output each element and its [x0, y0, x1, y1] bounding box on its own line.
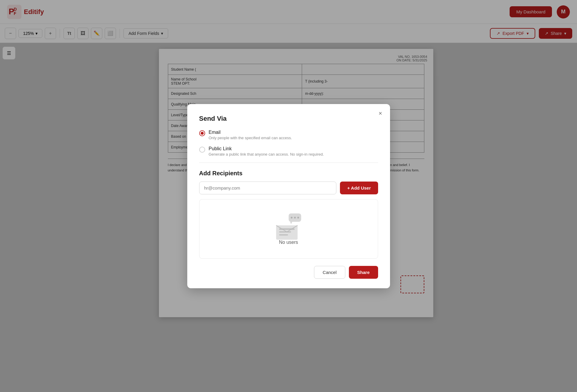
modal-title: Send Via: [199, 115, 378, 123]
modal-close-button[interactable]: ×: [376, 109, 385, 118]
svg-marker-8: [290, 222, 292, 224]
add-user-label: + Add User: [347, 185, 371, 190]
svg-rect-11: [279, 231, 291, 233]
add-recipients-title: Add Recipients: [199, 170, 378, 177]
public-link-radio[interactable]: [199, 147, 205, 153]
modal-share-button[interactable]: Share: [349, 266, 378, 279]
public-link-option-text: Public Link Generate a public link that …: [209, 146, 324, 157]
svg-rect-12: [279, 234, 288, 235]
public-link-option[interactable]: Public Link Generate a public link that …: [199, 146, 378, 157]
no-users-illustration: [274, 213, 304, 240]
empty-state-container: No users: [199, 199, 378, 259]
recipient-input-row: + Add User: [199, 182, 378, 194]
add-user-button[interactable]: + Add User: [340, 182, 378, 194]
public-link-option-label: Public Link: [209, 146, 324, 151]
modal-footer: Cancel Share: [199, 266, 378, 279]
no-users-text: No users: [279, 240, 298, 245]
svg-point-5: [291, 217, 293, 219]
svg-point-7: [297, 217, 299, 219]
public-link-option-desc: Generate a public link that anyone can a…: [209, 152, 324, 157]
modal-divider: [199, 162, 378, 163]
modal-overlay: × Send Via Email Only people with the sp…: [0, 0, 577, 392]
email-option-desc: Only people with the specified email can…: [209, 136, 292, 140]
send-via-modal: × Send Via Email Only people with the sp…: [187, 104, 390, 288]
close-icon: ×: [379, 110, 382, 117]
email-radio-dot: [201, 132, 204, 135]
recipient-email-input[interactable]: [199, 182, 337, 194]
svg-point-6: [294, 217, 296, 219]
email-option-label: Email: [209, 130, 292, 135]
email-option-text: Email Only people with the specified ema…: [209, 130, 292, 140]
email-radio[interactable]: [199, 130, 205, 136]
cancel-button[interactable]: Cancel: [314, 266, 345, 279]
email-option[interactable]: Email Only people with the specified ema…: [199, 130, 378, 140]
